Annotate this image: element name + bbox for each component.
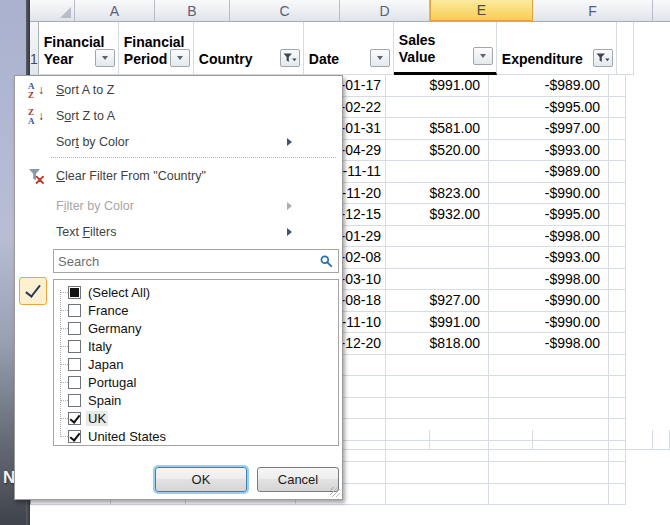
cell-sales-value[interactable]: $581.00 bbox=[386, 118, 489, 140]
cell-expenditure[interactable]: -$990.00 bbox=[489, 183, 609, 205]
menu-item-sort-by-color[interactable]: Sort by Color bbox=[17, 130, 340, 154]
sort-za-icon: ZA↓ bbox=[23, 107, 49, 125]
checkbox-icon[interactable] bbox=[68, 340, 81, 353]
dropdown-arrow-icon bbox=[480, 54, 486, 58]
filter-value-row[interactable]: UK bbox=[54, 409, 338, 427]
cell-g-sliver bbox=[609, 290, 626, 312]
filter-value-row[interactable]: France bbox=[54, 301, 338, 319]
cell-expenditure[interactable]: -$993.00 bbox=[489, 247, 609, 269]
search-icon[interactable] bbox=[320, 255, 333, 268]
header-row-1: 1 Financial Year Financial Period Countr… bbox=[30, 22, 670, 75]
filter-value-label: Germany bbox=[86, 321, 143, 336]
filter-value-row[interactable]: Germany bbox=[54, 319, 338, 337]
cell-sales-value[interactable]: $818.00 bbox=[386, 333, 489, 355]
cell-expenditure[interactable] bbox=[489, 484, 609, 506]
filter-button-country-active[interactable] bbox=[280, 49, 300, 67]
checkbox-icon[interactable] bbox=[68, 412, 81, 425]
cell-sales-value[interactable] bbox=[386, 269, 489, 291]
resize-grip[interactable] bbox=[330, 487, 340, 497]
cell-g-sliver bbox=[609, 398, 626, 420]
checkbox-icon[interactable] bbox=[68, 376, 81, 389]
checkbox-icon[interactable] bbox=[68, 322, 81, 335]
filter-value-row[interactable]: Japan bbox=[54, 355, 338, 373]
filter-value-row[interactable]: Portugal bbox=[54, 373, 338, 391]
cell-a1-financial-year[interactable]: Financial Year bbox=[39, 22, 119, 75]
cell-b1-financial-period[interactable]: Financial Period bbox=[119, 22, 194, 75]
column-header-a[interactable]: A bbox=[75, 0, 155, 22]
checkbox-icon[interactable] bbox=[68, 358, 81, 371]
column-header-c[interactable]: C bbox=[230, 0, 340, 22]
column-header-d[interactable]: D bbox=[340, 0, 430, 22]
cell-expenditure[interactable]: -$998.00 bbox=[489, 226, 609, 248]
cell-sales-value[interactable]: $823.00 bbox=[386, 183, 489, 205]
cell-expenditure[interactable]: -$990.00 bbox=[489, 290, 609, 312]
filter-button-sales-value[interactable] bbox=[473, 47, 493, 65]
cell-sales-value[interactable]: $991.00 bbox=[386, 75, 489, 97]
cell-expenditure[interactable] bbox=[489, 398, 609, 420]
cell-expenditure[interactable] bbox=[489, 355, 609, 377]
cell-expenditure[interactable]: -$998.00 bbox=[489, 269, 609, 291]
apply-check-button[interactable] bbox=[19, 277, 47, 305]
cell-sales-value[interactable] bbox=[386, 226, 489, 248]
filter-value-row[interactable]: Spain bbox=[54, 391, 338, 409]
cell-expenditure[interactable]: -$997.00 bbox=[489, 118, 609, 140]
filter-value-label: France bbox=[86, 303, 130, 318]
cell-expenditure[interactable]: -$989.00 bbox=[489, 75, 609, 97]
checkbox-icon[interactable] bbox=[68, 286, 81, 299]
checkbox-icon[interactable] bbox=[68, 430, 81, 443]
search-input[interactable] bbox=[54, 254, 320, 269]
filter-button-date[interactable] bbox=[370, 49, 390, 67]
menu-item-sort-z-to-a[interactable]: ZA↓ Sort Z to A bbox=[17, 104, 340, 128]
cell-expenditure[interactable] bbox=[489, 462, 609, 484]
column-header-e-selected[interactable]: E bbox=[430, 0, 533, 22]
filter-value-row[interactable]: (Select All) bbox=[54, 283, 338, 301]
cell-sales-value[interactable] bbox=[386, 355, 489, 377]
cell-sales-value[interactable] bbox=[386, 97, 489, 119]
cell-sales-value[interactable]: $927.00 bbox=[386, 290, 489, 312]
filter-button-period[interactable] bbox=[170, 49, 190, 67]
cell-d1-date[interactable]: Date bbox=[304, 22, 394, 75]
cell-sales-value[interactable] bbox=[386, 376, 489, 398]
ok-button[interactable]: OK bbox=[155, 467, 247, 492]
cell-expenditure[interactable] bbox=[533, 430, 653, 450]
column-header-f[interactable]: F bbox=[533, 0, 653, 22]
cell-sales-value[interactable] bbox=[386, 484, 489, 506]
filter-value-label: Portugal bbox=[86, 375, 138, 390]
cell-expenditure[interactable]: -$995.00 bbox=[489, 97, 609, 119]
cell-g-sliver bbox=[609, 226, 626, 248]
cell-sales-value[interactable] bbox=[386, 398, 489, 420]
cell-sales-value[interactable] bbox=[386, 247, 489, 269]
cell-expenditure[interactable]: -$989.00 bbox=[489, 161, 609, 183]
menu-item-clear-filter[interactable]: Clear Filter From "Country" bbox=[17, 164, 340, 188]
checkbox-icon[interactable] bbox=[68, 304, 81, 317]
cell-date[interactable] bbox=[340, 430, 430, 450]
cell-expenditure[interactable]: -$995.00 bbox=[489, 204, 609, 226]
menu-item-sort-a-to-z[interactable]: AZ↓ Sort A to Z bbox=[17, 78, 340, 102]
filter-funnel-icon bbox=[283, 53, 297, 64]
cell-sales-value[interactable]: $932.00 bbox=[386, 204, 489, 226]
filter-value-row[interactable]: Italy bbox=[54, 337, 338, 355]
filter-button-year[interactable] bbox=[95, 49, 115, 67]
cell-expenditure[interactable]: -$990.00 bbox=[489, 312, 609, 334]
cell-expenditure[interactable]: -$998.00 bbox=[489, 333, 609, 355]
filter-funnel-icon bbox=[596, 53, 610, 64]
filter-button-expenditure-active[interactable] bbox=[593, 49, 613, 67]
menu-item-text-filters[interactable]: Text Filters bbox=[17, 220, 340, 244]
cell-sales-value[interactable] bbox=[386, 462, 489, 484]
select-all-corner[interactable] bbox=[30, 0, 75, 22]
column-header-b[interactable]: B bbox=[155, 0, 230, 22]
cell-sales-value[interactable] bbox=[386, 161, 489, 183]
cell-sales-value[interactable]: $520.00 bbox=[386, 140, 489, 162]
cell-sales-value[interactable]: $991.00 bbox=[386, 312, 489, 334]
cell-f1-expenditure[interactable]: Expenditure bbox=[497, 22, 617, 75]
cell-sales-value[interactable] bbox=[430, 430, 533, 450]
cell-c1-country[interactable]: Country bbox=[194, 22, 304, 75]
cancel-button[interactable]: Cancel bbox=[257, 467, 339, 492]
cell-expenditure[interactable] bbox=[489, 376, 609, 398]
cell-e1-sales-value-active[interactable]: Sales Value bbox=[394, 22, 497, 75]
menu-item-filter-by-color: Filter by Color bbox=[17, 194, 340, 218]
row-header-1[interactable]: 1 bbox=[30, 22, 39, 75]
filter-value-row[interactable]: United States bbox=[54, 427, 338, 445]
cell-expenditure[interactable]: -$993.00 bbox=[489, 140, 609, 162]
checkbox-icon[interactable] bbox=[68, 394, 81, 407]
